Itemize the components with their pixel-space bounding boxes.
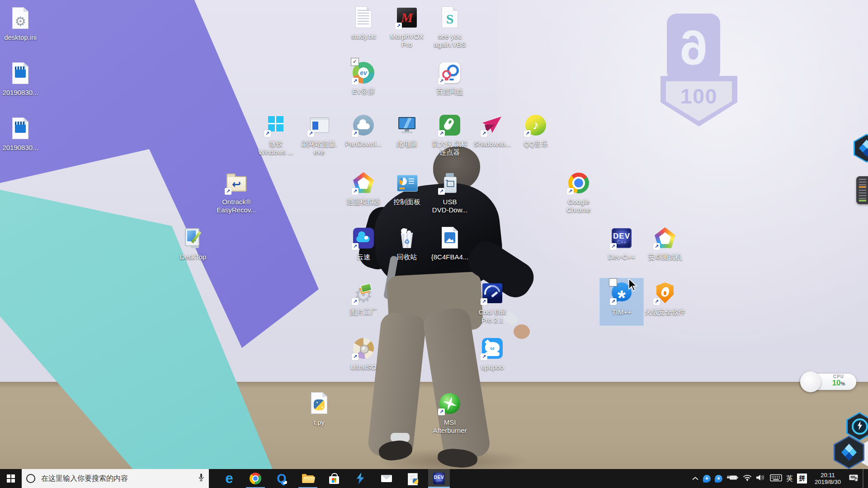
desktop-icon-label: upupoo bbox=[471, 363, 514, 371]
taskbar-app-store[interactable] bbox=[323, 469, 345, 488]
desktop-icon-desktop-tool[interactable]: DeskTop bbox=[171, 223, 215, 270]
desktop-icon-pandownload[interactable]: ↗PanDownl... bbox=[342, 110, 385, 157]
desktop-icon-recycle-bin[interactable]: ♻回收站 bbox=[385, 223, 429, 270]
icon-checkbox[interactable] bbox=[609, 278, 617, 286]
shortcut-arrow-icon: ↗ bbox=[264, 130, 271, 137]
explorer-icon bbox=[302, 472, 314, 485]
taskbar-app-chrome[interactable] bbox=[245, 469, 266, 488]
desktop-icon-msi-afterburner[interactable]: ↗MSIAfterburner bbox=[428, 389, 472, 436]
ime-pinyin-indicator[interactable]: 拼 bbox=[797, 474, 807, 483]
desktop-icon-label: 百度网盘 bbox=[428, 88, 472, 96]
desktop-icon-google-chrome[interactable]: ↗GoogleChrome bbox=[557, 168, 600, 215]
desktop-icon-cool-edit-pro[interactable]: ↗Cool EditPro 2.1 bbox=[471, 278, 514, 325]
taskbar-app-mail[interactable] bbox=[376, 469, 397, 488]
shortcut-arrow-icon: ↗ bbox=[567, 188, 574, 195]
desktop-icon-label: study.txt bbox=[342, 33, 385, 41]
desktop-icon-study-txt[interactable]: study.txt bbox=[342, 3, 385, 50]
tim-tray-icon[interactable]: * bbox=[703, 475, 711, 483]
desktop-icon-picture-factory[interactable]: ⚙↗图片工厂 bbox=[342, 278, 385, 325]
taskbar-app-explorer[interactable] bbox=[297, 469, 319, 488]
desktop-icon-label: 微软Windows ... bbox=[254, 140, 297, 156]
mic-icon[interactable] bbox=[198, 473, 204, 484]
img-icon bbox=[438, 226, 462, 250]
icon-checkbox[interactable]: ✓ bbox=[351, 58, 359, 66]
ctrlpanel-icon bbox=[395, 171, 419, 195]
desktop-icon-label: MSIAfterburner bbox=[428, 418, 472, 435]
desktop-icon-website-traffic-exe[interactable]: ↗刷网站流量.exe bbox=[297, 110, 341, 157]
desktop-icon-label: QQ音乐 bbox=[514, 140, 557, 148]
desktop-icon-ontrack-easyrecovery[interactable]: ↩↗Ontrack®EasyRecov... bbox=[215, 168, 258, 215]
desktop-icon-mouse-clicker[interactable]: ↗鼠大侠 鼠标连点器 bbox=[428, 110, 472, 157]
taskbar-apps: eQDEV bbox=[216, 469, 452, 488]
desktop-icon-label: 云速 bbox=[342, 253, 385, 261]
shortcut-arrow-icon: ↗ bbox=[352, 243, 359, 250]
desktop-icon-qq-music[interactable]: ♪↗QQ音乐 bbox=[514, 110, 557, 157]
battery-icon[interactable] bbox=[726, 474, 739, 483]
desktop-icon-ms-windows[interactable]: ↗微软Windows ... bbox=[254, 110, 297, 157]
taskbar: 在这里输入你要搜索的内容 eQDEV * * 英 拼 20:11 2019/8/… bbox=[0, 469, 868, 488]
shortcut-arrow-icon: ↗ bbox=[352, 298, 359, 305]
video-icon bbox=[8, 117, 33, 141]
py-icon bbox=[307, 391, 331, 416]
desktop-icon-video-20190830-2[interactable]: 20190830... bbox=[0, 114, 42, 161]
search-input[interactable]: 在这里输入你要搜索的内容 bbox=[41, 474, 198, 483]
vbs-icon: S bbox=[438, 5, 462, 30]
desktop-icon-label: EV录屏 bbox=[342, 88, 385, 96]
video-icon bbox=[8, 61, 33, 86]
cpu-unit: % bbox=[841, 381, 845, 386]
wifi-icon[interactable] bbox=[743, 474, 752, 483]
volume-icon[interactable] bbox=[756, 474, 766, 483]
taskbar-app-lightning[interactable] bbox=[349, 469, 371, 488]
desktop-icon-label: 图片工厂 bbox=[342, 308, 385, 316]
desktop-icon-desktop-ini[interactable]: ⚙desktop.ini bbox=[0, 4, 42, 51]
taskbar-app-pyeditor[interactable] bbox=[402, 469, 424, 488]
cpu-monitor-widget[interactable]: CPU 10% bbox=[800, 371, 856, 392]
desktop-icon-baidu-netdisk[interactable]: ↗百度网盘 bbox=[428, 58, 472, 105]
desktop-icon-image-8c4fba4[interactable]: {8C4FBA4... bbox=[428, 223, 472, 270]
desktop-icon-upupoo[interactable]: ↗upupoo bbox=[471, 333, 514, 380]
desktop-icon-ev-recorder[interactable]: ev↗✓EV录屏 bbox=[342, 58, 385, 105]
desktop-icon-label: desktop.ini bbox=[0, 33, 42, 42]
taskbar-search[interactable]: 在这里输入你要搜索的内容 bbox=[22, 469, 209, 488]
txt-icon bbox=[351, 5, 376, 30]
desktop-icon-ultraiso[interactable]: ↗UltraISO bbox=[342, 333, 385, 380]
desktop-icon-yunsu[interactable]: ↗云速 bbox=[342, 223, 385, 270]
taskbar-app-edge[interactable]: e bbox=[218, 469, 240, 488]
desktop-icon-see-you-again-vbs[interactable]: Ssee youagain.VBS bbox=[428, 3, 472, 50]
taskbar-clock[interactable]: 20:11 2019/8/30 bbox=[811, 472, 844, 485]
tim-tray-icon-2[interactable]: * bbox=[715, 475, 722, 483]
taskbar-app-qqbrowser[interactable]: Q bbox=[271, 469, 292, 488]
edge-icon: e bbox=[223, 472, 236, 485]
desktop-icon-label: Dev-C++ bbox=[600, 253, 643, 261]
desktop-icon-label: GoogleChrome bbox=[557, 198, 600, 214]
shortcut-arrow-icon: ↗ bbox=[438, 188, 445, 195]
desktop-icon-shadowsocks[interactable]: ↗Shadowso... bbox=[471, 110, 514, 157]
desktop-icon-label: {8C4FBA4... bbox=[428, 253, 472, 261]
desktop-icon-huorong-security[interactable]: ↗火绒安全软件 bbox=[643, 278, 687, 325]
ime-language-indicator[interactable]: 英 bbox=[786, 474, 793, 483]
desktop-icon-t-py[interactable]: t.py bbox=[297, 389, 341, 436]
windows-logo-icon bbox=[7, 474, 10, 478]
tray-chevron-icon[interactable] bbox=[692, 474, 699, 483]
shortcut-arrow-icon: ↗ bbox=[352, 353, 359, 360]
desktop-icon-control-panel[interactable]: 控制面板 bbox=[385, 168, 429, 215]
desktop-icon-this-pc[interactable]: 此电脑 bbox=[385, 110, 429, 157]
shortcut-arrow-icon: ↗ bbox=[438, 78, 445, 84]
start-button[interactable] bbox=[0, 469, 22, 488]
desktop-icon-android-test[interactable]: ↗安卓测试机 bbox=[643, 223, 687, 270]
desktop-icon-xiaoyao-emulator[interactable]: ↗逍遥模拟器 bbox=[342, 168, 385, 215]
meter-widget[interactable] bbox=[856, 176, 868, 204]
action-center-icon[interactable] bbox=[849, 474, 859, 483]
qqbrowser-icon: Q bbox=[275, 472, 288, 485]
desktop-icon-dev-cpp[interactable]: DEV↗Dev-C++ bbox=[600, 223, 643, 270]
cpu-knob[interactable] bbox=[800, 371, 821, 392]
desktop-icon-usb-dvd-download[interactable]: ↗USBDVD-Dow... bbox=[428, 168, 472, 215]
desktop-icon-video-20190830-1[interactable]: 20190830... bbox=[0, 59, 42, 106]
wallpaper-badge-9: 9 bbox=[667, 14, 720, 81]
desktop-icon-morphvox-pro[interactable]: M↗MorphVOXPro bbox=[385, 3, 429, 50]
desktop-icon-label: UltraISO bbox=[342, 363, 385, 371]
show-desktop-button[interactable] bbox=[863, 469, 863, 488]
touch-keyboard-icon[interactable] bbox=[770, 474, 782, 483]
clock-date: 2019/8/30 bbox=[811, 479, 844, 485]
taskbar-app-devcpp[interactable]: DEV bbox=[428, 469, 450, 488]
